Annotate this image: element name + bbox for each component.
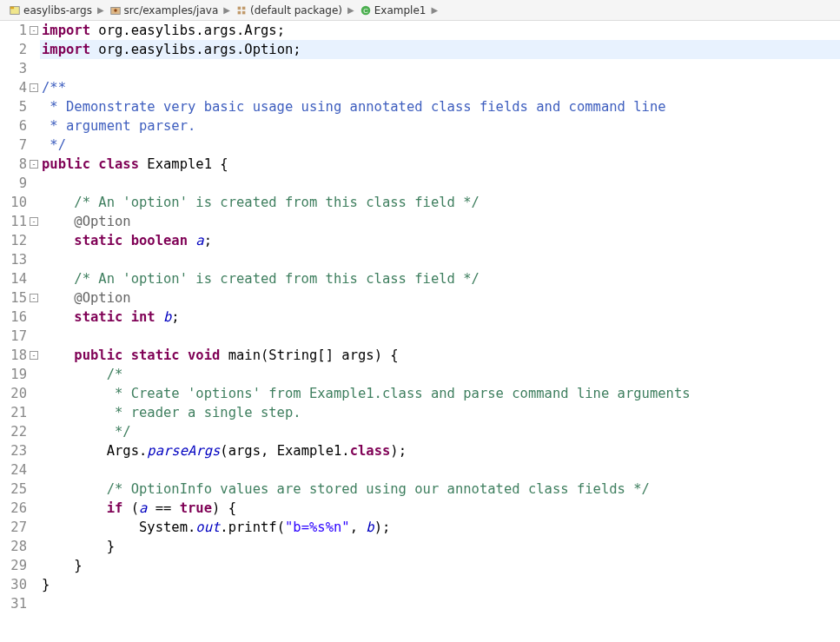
code-line: /* An 'option' is created from this clas… [40, 269, 840, 288]
code-line [40, 174, 840, 193]
line-number: 9 [0, 174, 27, 193]
breadcrumb-item-project[interactable]: easylibs-args [5, 4, 96, 17]
code-line: } [40, 575, 840, 594]
line-number: 13 [0, 250, 27, 269]
line-number: 14 [0, 269, 27, 288]
code-area[interactable]: import org.easylibs.args.Args; import or… [40, 21, 840, 613]
code-line: } [40, 537, 840, 556]
line-number: 29 [0, 556, 27, 575]
code-line: static int b; [40, 308, 840, 327]
fold-toggle-icon[interactable]: - [30, 26, 38, 35]
code-line: public class Example1 { [40, 155, 840, 174]
breadcrumb[interactable]: easylibs-args ▶ src/examples/java ▶ (def… [0, 0, 840, 21]
line-number: 22 [0, 422, 27, 441]
line-number: 18 [0, 346, 27, 365]
project-icon [9, 4, 21, 17]
chevron-right-icon: ▶ [96, 5, 106, 15]
code-line: if (a == true) { [40, 499, 840, 518]
code-line [40, 59, 840, 78]
line-number: 20 [0, 384, 27, 403]
code-line: } [40, 556, 840, 575]
code-line-current: import org.easylibs.args.Option; [40, 40, 840, 59]
line-number: 2 [0, 40, 27, 59]
line-number: 17 [0, 327, 27, 346]
svg-rect-6 [238, 10, 241, 14]
svg-rect-7 [242, 10, 246, 14]
code-line: /* An 'option' is created from this clas… [40, 193, 840, 212]
line-number: 5 [0, 97, 27, 116]
line-number: 4 [0, 78, 27, 97]
chevron-right-icon: ▶ [346, 5, 356, 15]
line-number: 16 [0, 308, 27, 327]
line-number: 28 [0, 537, 27, 556]
breadcrumb-item-package[interactable]: (default package) [232, 4, 346, 17]
code-line: */ [40, 422, 840, 441]
chevron-right-icon: ▶ [429, 5, 440, 15]
line-number: 1 [0, 21, 27, 40]
code-editor[interactable]: 1 2 3 4 5 6 7 8 9 10 11 12 13 14 15 16 1… [0, 21, 840, 613]
code-line: * reader a single step. [40, 403, 840, 422]
svg-rect-4 [238, 6, 241, 10]
code-line: */ [40, 136, 840, 155]
code-line [40, 594, 840, 613]
line-number: 8 [0, 155, 27, 174]
fold-toggle-icon[interactable]: - [30, 217, 38, 226]
code-line: import org.easylibs.args.Args; [40, 21, 840, 40]
code-line [40, 327, 840, 346]
line-number: 7 [0, 136, 27, 155]
line-number: 26 [0, 499, 27, 518]
line-number: 30 [0, 575, 27, 594]
chevron-right-icon: ▶ [222, 5, 232, 15]
svg-point-3 [114, 9, 117, 12]
class-icon: C [360, 4, 372, 17]
code-line: /* OptionInfo values are stored using ou… [40, 480, 840, 499]
code-line: static boolean a; [40, 231, 840, 250]
line-number: 24 [0, 460, 27, 480]
breadcrumb-item-class[interactable]: C Example1 [356, 4, 430, 17]
code-line: Args.parseArgs(args, Example1.class); [40, 441, 840, 460]
breadcrumb-item-source-folder[interactable]: src/examples/java [106, 4, 222, 17]
fold-toggle-icon[interactable]: - [30, 351, 38, 360]
breadcrumb-label: src/examples/java [124, 4, 219, 17]
code-line: * Create 'options' from Example1.class a… [40, 384, 840, 403]
line-number: 27 [0, 518, 27, 537]
code-line: * Demonstrate very basic usage using ann… [40, 97, 840, 116]
code-line: @Option [40, 288, 840, 308]
fold-toggle-icon[interactable]: - [30, 160, 38, 169]
line-number: 21 [0, 403, 27, 422]
line-number: 6 [0, 116, 27, 136]
line-number: 31 [0, 594, 27, 613]
package-folder-icon [109, 4, 122, 17]
fold-toggle-icon[interactable]: - [30, 83, 38, 92]
line-number-gutter: 1 2 3 4 5 6 7 8 9 10 11 12 13 14 15 16 1… [0, 21, 30, 613]
code-line: @Option [40, 212, 840, 231]
breadcrumb-label: Example1 [374, 4, 427, 17]
svg-rect-5 [242, 6, 246, 10]
breadcrumb-label: easylibs-args [23, 4, 92, 17]
line-number: 3 [0, 59, 27, 78]
line-number: 19 [0, 365, 27, 384]
fold-column: - - - - - - [30, 21, 40, 613]
line-number: 11 [0, 212, 27, 231]
line-number: 10 [0, 193, 27, 212]
line-number: 15 [0, 288, 27, 308]
line-number: 25 [0, 480, 27, 499]
code-line [40, 250, 840, 269]
svg-text:C: C [363, 6, 368, 14]
svg-rect-1 [10, 6, 14, 9]
line-number: 23 [0, 441, 27, 460]
code-line: /* [40, 365, 840, 384]
fold-toggle-icon[interactable]: - [30, 294, 38, 302]
code-line: System.out.printf("b=%s%n", b); [40, 518, 840, 537]
code-line [40, 460, 840, 480]
code-line: /** [40, 78, 840, 97]
breadcrumb-label: (default package) [250, 4, 342, 17]
code-line: public static void main(String[] args) { [40, 346, 840, 365]
code-line: * argument parser. [40, 116, 840, 136]
line-number: 12 [0, 231, 27, 250]
package-icon [235, 4, 248, 17]
